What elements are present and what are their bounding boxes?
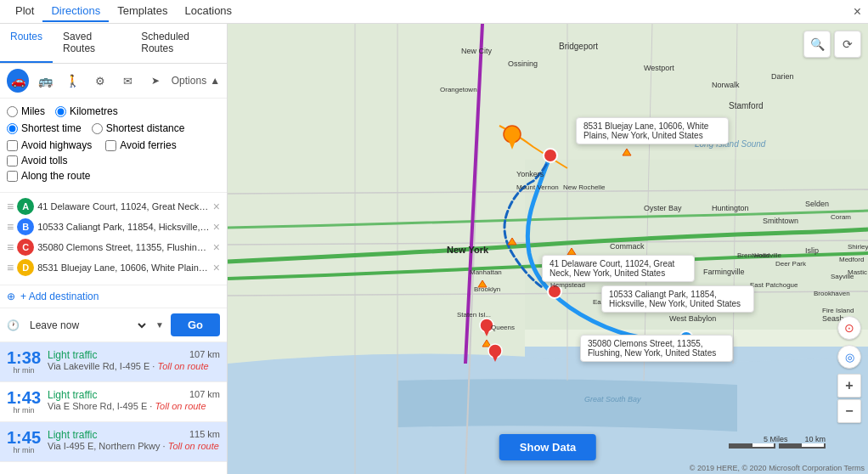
route-1-unit: hr min xyxy=(7,366,41,375)
map-area[interactable]: Bridgeport Westport Norwalk Stamford Dar… xyxy=(228,24,868,474)
waypoints-section: ≡ A 41 Delaware Court, 11024, Great Neck… xyxy=(0,193,227,285)
svg-text:Medford: Medford xyxy=(839,256,864,263)
svg-text:Ossining: Ossining xyxy=(508,59,538,68)
my-location-button[interactable]: ◎ xyxy=(837,345,861,369)
svg-text:Stamford: Stamford xyxy=(729,101,764,110)
svg-text:Brooklyn: Brooklyn xyxy=(474,285,500,293)
transport-walk[interactable]: 🚶 xyxy=(62,69,84,93)
route-3-via: Via I-495 E, Northern Pkwy · Toll on rou… xyxy=(48,441,220,451)
waypoint-b-text: 10533 Caliangt Park, 11854, Hicksville, … xyxy=(37,222,210,232)
tab-saved-routes[interactable]: Saved Routes xyxy=(53,24,131,63)
route-3-unit: hr min xyxy=(7,446,41,454)
options-button[interactable]: Options ▲ xyxy=(172,75,220,87)
svg-text:East Patchogue: East Patchogue xyxy=(750,281,798,289)
route-result-1[interactable]: 1:38 hr min Light traffic 107 km Via Lak… xyxy=(0,342,227,382)
svg-text:Yonkers: Yonkers xyxy=(516,170,544,178)
route-1-via: Via Lakeville Rd, I-495 E · Toll on rout… xyxy=(48,361,220,371)
svg-text:Huntington: Huntington xyxy=(712,204,749,212)
route-3-info: Light traffic 115 km Via I-495 E, Northe… xyxy=(48,429,220,451)
svg-text:Staten Isl...: Staten Isl... xyxy=(457,311,491,319)
drag-handle-a[interactable]: ≡ xyxy=(7,200,14,213)
tab-templates[interactable]: Templates xyxy=(109,1,176,22)
svg-text:Manhattan: Manhattan xyxy=(470,268,502,276)
compass-button[interactable]: ⊙ xyxy=(837,316,861,340)
svg-text:Fire Island: Fire Island xyxy=(822,307,854,314)
svg-text:Holtsvillе: Holtsvillе xyxy=(754,251,782,259)
svg-text:Mastic: Mastic xyxy=(848,268,867,276)
tab-locations[interactable]: Locations xyxy=(176,1,240,22)
waypoint-c: ≡ C 35080 Clemons Street, 11355, Flushin… xyxy=(7,239,220,256)
plus-icon: ⊕ xyxy=(7,291,15,302)
svg-text:East Meadow: East Meadow xyxy=(593,298,634,306)
route-2-time-block: 1:43 hr min xyxy=(7,389,41,415)
route-1-time-block: 1:38 hr min xyxy=(7,349,41,375)
svg-text:Bridgeport: Bridgeport xyxy=(559,42,598,51)
miles-option[interactable]: Miles xyxy=(7,105,45,117)
kilometres-option[interactable]: Kilometres xyxy=(55,105,118,117)
svg-text:Selden: Selden xyxy=(805,200,829,208)
map-attribution: © 2019 HERE, © 2020 Microsoft Corporatio… xyxy=(690,464,865,472)
waypoint-a: ≡ A 41 Delaware Court, 11024, Great Neck… xyxy=(7,198,220,215)
tab-routes[interactable]: Routes xyxy=(0,24,53,63)
svg-text:Coram: Coram xyxy=(831,213,851,221)
add-destination-button[interactable]: ⊕ + Add destination xyxy=(0,285,227,308)
map-refresh-button[interactable]: ⟳ xyxy=(834,31,861,58)
avoid-ferries-checkbox[interactable]: Avoid ferries xyxy=(105,139,176,151)
zoom-out-button[interactable]: − xyxy=(837,399,861,423)
svg-point-18 xyxy=(679,331,693,345)
waypoint-b: ≡ B 10533 Caliangt Park, 11854, Hicksvil… xyxy=(7,218,220,235)
go-button[interactable]: Go xyxy=(171,313,220,336)
drag-handle-d[interactable]: ≡ xyxy=(7,261,14,274)
svg-text:Oyster Bay: Oyster Bay xyxy=(644,204,682,212)
zoom-in-button[interactable]: + xyxy=(837,374,861,398)
transport-settings[interactable]: ⚙ xyxy=(89,69,111,93)
avoid-tolls-checkbox[interactable]: Avoid tolls xyxy=(7,155,92,166)
units-row: Miles Kilometres xyxy=(7,105,220,117)
svg-text:Westport: Westport xyxy=(644,64,674,72)
transport-plane[interactable]: ➤ xyxy=(144,69,166,93)
route-2-distance: 107 km xyxy=(189,389,220,401)
show-data-button[interactable]: Show Data xyxy=(499,434,596,460)
waypoint-d-close[interactable]: × xyxy=(213,261,220,274)
svg-text:Commack: Commack xyxy=(610,242,645,251)
svg-text:Queens: Queens xyxy=(491,324,515,331)
svg-text:Darien: Darien xyxy=(771,72,794,81)
along-route-checkbox[interactable]: Along the route xyxy=(7,170,92,182)
waypoint-letter-d: D xyxy=(17,259,34,276)
tab-directions[interactable]: Directions xyxy=(42,1,109,22)
route-3-traffic: Light traffic xyxy=(48,429,97,441)
waypoint-d-text: 8531 Bluejay Lane, 10606, White Plains, … xyxy=(37,262,210,273)
leave-now-select[interactable]: Leave now xyxy=(26,319,149,332)
drag-handle-c[interactable]: ≡ xyxy=(7,240,14,254)
route-3-distance: 115 km xyxy=(189,429,220,441)
route-2-unit: hr min xyxy=(7,406,41,415)
route-2-time: 1:43 xyxy=(7,389,41,406)
svg-text:Brookhaven: Brookhaven xyxy=(814,290,850,297)
svg-text:Norwalk: Norwalk xyxy=(712,81,740,89)
shortest-time-option[interactable]: Shortest time xyxy=(7,122,82,134)
top-nav-close[interactable]: × xyxy=(854,4,861,20)
svg-text:Long Island Sound: Long Island Sound xyxy=(695,139,766,149)
avoid-highways-checkbox[interactable]: Avoid highways xyxy=(7,139,92,151)
waypoint-b-close[interactable]: × xyxy=(213,220,220,234)
tab-scheduled-routes[interactable]: Scheduled Routes xyxy=(131,24,227,63)
leave-now-row: 🕐 Leave now ▼ Go xyxy=(0,308,227,342)
drag-handle-b[interactable]: ≡ xyxy=(7,220,14,234)
shortest-distance-option[interactable]: Shortest distance xyxy=(92,122,185,134)
route-result-2[interactable]: 1:43 hr min Light traffic 107 km Via E S… xyxy=(0,382,227,422)
waypoint-c-close[interactable]: × xyxy=(213,240,220,254)
route-3-time-block: 1:45 hr min xyxy=(7,429,41,454)
svg-text:Smithtown: Smithtown xyxy=(763,217,798,225)
svg-text:Great South Bay: Great South Bay xyxy=(584,395,641,403)
map-zoom-controls: ⊙ ◎ + − xyxy=(837,316,861,423)
map-search-button[interactable]: 🔍 xyxy=(803,31,831,58)
tab-plot[interactable]: Plot xyxy=(7,1,42,22)
checkbox-group: Avoid highways Avoid tolls Along the rou… xyxy=(7,139,220,185)
transport-bus[interactable]: 🚌 xyxy=(34,69,56,93)
waypoint-c-text: 35080 Clemons Street, 11355, Flushing, N… xyxy=(37,242,210,252)
waypoint-a-close[interactable]: × xyxy=(213,200,220,213)
svg-text:Farmingville: Farmingville xyxy=(703,268,745,276)
transport-mail[interactable]: ✉ xyxy=(116,69,138,93)
transport-car[interactable]: 🚗 xyxy=(7,69,29,93)
route-result-3[interactable]: 1:45 hr min Light traffic 115 km Via I-4… xyxy=(0,422,227,462)
